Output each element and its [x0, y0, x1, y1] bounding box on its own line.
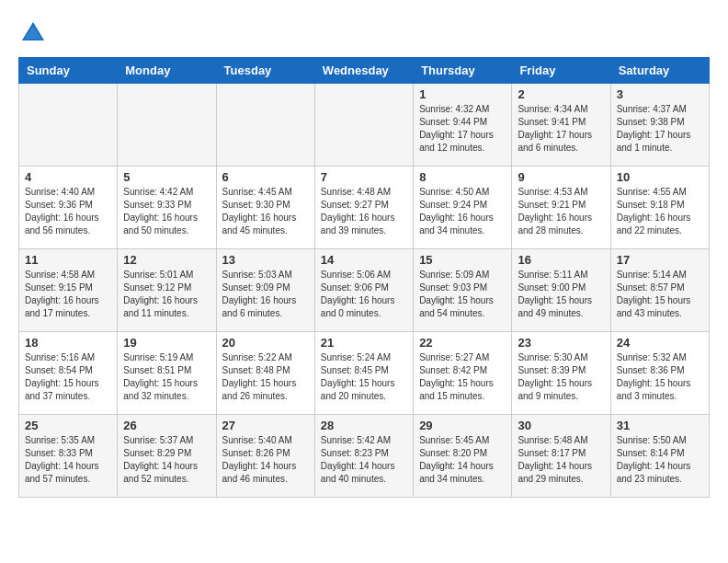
day-info: Sunrise: 4:50 AM Sunset: 9:24 PM Dayligh… — [419, 186, 506, 237]
calendar-week: 11Sunrise: 4:58 AM Sunset: 9:15 PM Dayli… — [19, 249, 710, 332]
day-info: Sunrise: 4:37 AM Sunset: 9:38 PM Dayligh… — [617, 103, 703, 155]
calendar-cell: 15Sunrise: 5:09 AM Sunset: 9:03 PM Dayli… — [414, 249, 512, 332]
day-info: Sunrise: 4:48 AM Sunset: 9:27 PM Dayligh… — [321, 186, 407, 237]
calendar-cell: 14Sunrise: 5:06 AM Sunset: 9:06 PM Dayli… — [314, 249, 413, 332]
calendar-cell: 4Sunrise: 4:40 AM Sunset: 9:36 PM Daylig… — [19, 167, 118, 249]
day-info: Sunrise: 5:09 AM Sunset: 9:03 PM Dayligh… — [419, 269, 506, 320]
day-info: Sunrise: 5:11 AM Sunset: 9:00 PM Dayligh… — [518, 269, 604, 320]
calendar-cell: 26Sunrise: 5:37 AM Sunset: 8:29 PM Dayli… — [118, 415, 216, 498]
day-number: 4 — [25, 170, 111, 184]
day-info: Sunrise: 5:01 AM Sunset: 9:12 PM Dayligh… — [123, 269, 210, 320]
day-number: 13 — [222, 253, 309, 267]
day-number: 14 — [321, 253, 407, 267]
day-info: Sunrise: 5:50 AM Sunset: 8:14 PM Dayligh… — [617, 434, 703, 486]
day-number: 31 — [617, 419, 703, 432]
calendar-cell: 11Sunrise: 4:58 AM Sunset: 9:15 PM Dayli… — [19, 249, 118, 332]
day-number: 30 — [518, 419, 604, 432]
day-info: Sunrise: 5:37 AM Sunset: 8:29 PM Dayligh… — [123, 434, 210, 486]
day-number: 27 — [222, 419, 309, 432]
calendar-table: SundayMondayTuesdayWednesdayThursdayFrid… — [18, 57, 710, 498]
day-number: 22 — [419, 336, 506, 350]
day-info: Sunrise: 4:45 AM Sunset: 9:30 PM Dayligh… — [222, 186, 309, 237]
calendar-cell: 10Sunrise: 4:55 AM Sunset: 9:18 PM Dayli… — [610, 167, 709, 249]
weekday-header: Friday — [512, 58, 610, 84]
day-number: 20 — [222, 336, 309, 350]
calendar-cell: 13Sunrise: 5:03 AM Sunset: 9:09 PM Dayli… — [216, 249, 314, 332]
day-info: Sunrise: 4:34 AM Sunset: 9:41 PM Dayligh… — [518, 103, 604, 155]
day-info: Sunrise: 5:19 AM Sunset: 8:51 PM Dayligh… — [123, 351, 210, 403]
day-number: 6 — [222, 170, 309, 184]
day-info: Sunrise: 4:40 AM Sunset: 9:36 PM Dayligh… — [25, 186, 111, 237]
day-info: Sunrise: 5:06 AM Sunset: 9:06 PM Dayligh… — [321, 269, 407, 320]
logo-icon — [18, 18, 48, 48]
day-number: 10 — [617, 170, 703, 184]
calendar-cell: 2Sunrise: 4:34 AM Sunset: 9:41 PM Daylig… — [512, 84, 610, 167]
calendar-cell: 5Sunrise: 4:42 AM Sunset: 9:33 PM Daylig… — [118, 167, 216, 249]
calendar-cell: 1Sunrise: 4:32 AM Sunset: 9:44 PM Daylig… — [414, 84, 512, 167]
weekday-header: Saturday — [610, 58, 709, 84]
calendar-cell — [118, 84, 216, 167]
day-number: 16 — [518, 253, 604, 267]
calendar-cell: 23Sunrise: 5:30 AM Sunset: 8:39 PM Dayli… — [512, 332, 610, 415]
day-number: 17 — [617, 253, 703, 267]
day-number: 7 — [321, 170, 407, 184]
day-number: 23 — [518, 336, 604, 350]
day-number: 19 — [123, 336, 210, 350]
day-info: Sunrise: 5:42 AM Sunset: 8:23 PM Dayligh… — [321, 434, 407, 486]
day-number: 18 — [25, 336, 111, 350]
calendar-cell: 3Sunrise: 4:37 AM Sunset: 9:38 PM Daylig… — [610, 84, 709, 167]
day-info: Sunrise: 4:53 AM Sunset: 9:21 PM Dayligh… — [518, 186, 604, 237]
calendar-cell: 29Sunrise: 5:45 AM Sunset: 8:20 PM Dayli… — [414, 415, 512, 498]
day-number: 26 — [123, 419, 210, 432]
day-number: 11 — [25, 253, 111, 267]
calendar-week: 4Sunrise: 4:40 AM Sunset: 9:36 PM Daylig… — [19, 167, 710, 249]
day-number: 25 — [25, 419, 111, 432]
day-info: Sunrise: 5:45 AM Sunset: 8:20 PM Dayligh… — [419, 434, 506, 486]
calendar-cell: 22Sunrise: 5:27 AM Sunset: 8:42 PM Dayli… — [414, 332, 512, 415]
calendar-cell: 9Sunrise: 4:53 AM Sunset: 9:21 PM Daylig… — [512, 167, 610, 249]
calendar-cell: 18Sunrise: 5:16 AM Sunset: 8:54 PM Dayli… — [19, 332, 118, 415]
calendar-cell: 25Sunrise: 5:35 AM Sunset: 8:33 PM Dayli… — [19, 415, 118, 498]
logo — [18, 18, 53, 48]
calendar-cell: 31Sunrise: 5:50 AM Sunset: 8:14 PM Dayli… — [610, 415, 709, 498]
day-number: 9 — [518, 170, 604, 184]
calendar-cell: 6Sunrise: 4:45 AM Sunset: 9:30 PM Daylig… — [216, 167, 314, 249]
day-number: 8 — [419, 170, 506, 184]
day-number: 28 — [321, 419, 407, 432]
calendar-cell — [314, 84, 413, 167]
calendar-cell: 12Sunrise: 5:01 AM Sunset: 9:12 PM Dayli… — [118, 249, 216, 332]
weekday-header: Tuesday — [216, 58, 314, 84]
calendar-cell: 21Sunrise: 5:24 AM Sunset: 8:45 PM Dayli… — [314, 332, 413, 415]
calendar-cell: 30Sunrise: 5:48 AM Sunset: 8:17 PM Dayli… — [512, 415, 610, 498]
day-number: 24 — [617, 336, 703, 350]
day-info: Sunrise: 5:35 AM Sunset: 8:33 PM Dayligh… — [25, 434, 111, 486]
weekday-header: Sunday — [19, 58, 118, 84]
day-number: 5 — [123, 170, 210, 184]
day-info: Sunrise: 4:58 AM Sunset: 9:15 PM Dayligh… — [25, 269, 111, 320]
calendar-cell: 7Sunrise: 4:48 AM Sunset: 9:27 PM Daylig… — [314, 167, 413, 249]
calendar-week: 25Sunrise: 5:35 AM Sunset: 8:33 PM Dayli… — [19, 415, 710, 498]
day-info: Sunrise: 5:03 AM Sunset: 9:09 PM Dayligh… — [222, 269, 309, 320]
calendar-header: SundayMondayTuesdayWednesdayThursdayFrid… — [19, 58, 710, 84]
weekday-header: Wednesday — [314, 58, 413, 84]
calendar-cell: 24Sunrise: 5:32 AM Sunset: 8:36 PM Dayli… — [610, 332, 709, 415]
calendar-body: 1Sunrise: 4:32 AM Sunset: 9:44 PM Daylig… — [19, 84, 710, 498]
calendar-week: 18Sunrise: 5:16 AM Sunset: 8:54 PM Dayli… — [19, 332, 710, 415]
day-info: Sunrise: 4:32 AM Sunset: 9:44 PM Dayligh… — [419, 103, 506, 155]
day-info: Sunrise: 5:27 AM Sunset: 8:42 PM Dayligh… — [419, 351, 506, 403]
day-info: Sunrise: 5:40 AM Sunset: 8:26 PM Dayligh… — [222, 434, 309, 486]
day-number: 2 — [518, 87, 604, 101]
day-info: Sunrise: 4:55 AM Sunset: 9:18 PM Dayligh… — [617, 186, 703, 237]
calendar-cell: 20Sunrise: 5:22 AM Sunset: 8:48 PM Dayli… — [216, 332, 314, 415]
day-info: Sunrise: 5:16 AM Sunset: 8:54 PM Dayligh… — [25, 351, 111, 403]
calendar-cell: 16Sunrise: 5:11 AM Sunset: 9:00 PM Dayli… — [512, 249, 610, 332]
day-number: 21 — [321, 336, 407, 350]
calendar-cell: 19Sunrise: 5:19 AM Sunset: 8:51 PM Dayli… — [118, 332, 216, 415]
day-info: Sunrise: 5:48 AM Sunset: 8:17 PM Dayligh… — [518, 434, 604, 486]
calendar-week: 1Sunrise: 4:32 AM Sunset: 9:44 PM Daylig… — [19, 84, 710, 167]
day-info: Sunrise: 5:30 AM Sunset: 8:39 PM Dayligh… — [518, 351, 604, 403]
calendar-cell: 8Sunrise: 4:50 AM Sunset: 9:24 PM Daylig… — [414, 167, 512, 249]
calendar-cell: 28Sunrise: 5:42 AM Sunset: 8:23 PM Dayli… — [314, 415, 413, 498]
page-header — [18, 18, 710, 48]
day-number: 29 — [419, 419, 506, 432]
